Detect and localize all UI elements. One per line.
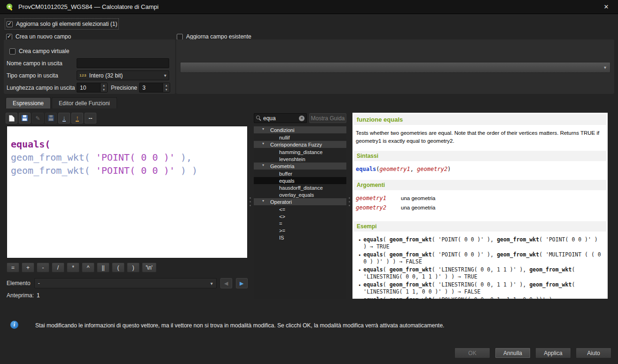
tree-group[interactable]: ▾Corrispondenza Fuzzy bbox=[254, 141, 346, 148]
operator-button[interactable]: + bbox=[22, 263, 34, 272]
tree-item[interactable]: <> bbox=[254, 213, 346, 220]
new-expression-icon bbox=[9, 115, 15, 122]
clear-expression-button[interactable] bbox=[6, 113, 17, 124]
syntax-heading: Sintassi bbox=[354, 151, 606, 161]
expression-editor[interactable]: equals(geom_from_wkt( 'POINT( 0 0 )' ),g… bbox=[7, 126, 248, 258]
spinner-arrows[interactable]: ▲▼ bbox=[100, 83, 107, 92]
tree-item[interactable]: levenshtein bbox=[254, 155, 346, 163]
tree-item[interactable]: >= bbox=[254, 227, 346, 234]
import-expressions-button[interactable]: ↓ bbox=[58, 113, 70, 124]
expression-token: ) ) bbox=[175, 165, 197, 176]
argument-name: geometry2 bbox=[356, 204, 401, 211]
tree-label: overlay_equals bbox=[279, 192, 314, 198]
tree-label: buffer bbox=[279, 171, 292, 177]
collapse-arrow-icon[interactable]: ▾ bbox=[262, 127, 264, 131]
tree-label: <= bbox=[279, 207, 285, 212]
annulla-button[interactable]: Annulla bbox=[495, 348, 531, 358]
checkbox-checked-icon[interactable] bbox=[7, 21, 13, 27]
tree-item[interactable]: buffer bbox=[254, 170, 346, 177]
tree-group[interactable]: ▾Geometria bbox=[254, 163, 346, 170]
example-item: ●equals( geom_from_wkt( 'POLYGON(( 0 0, … bbox=[359, 296, 603, 299]
operator-button[interactable]: ^ bbox=[82, 263, 94, 272]
applica-button[interactable]: Applica bbox=[535, 348, 571, 358]
info-icon bbox=[10, 321, 18, 329]
splitter-dot bbox=[250, 205, 251, 206]
close-icon[interactable]: ✕ bbox=[600, 3, 612, 10]
expression-text: equals(geom_from_wkt( 'POINT( 0 0 )' ),g… bbox=[11, 138, 243, 177]
field-name-input[interactable] bbox=[77, 58, 169, 68]
splitter-handle[interactable] bbox=[349, 197, 350, 206]
spin-down-icon[interactable]: ▼ bbox=[163, 88, 170, 93]
tree-group[interactable]: ▾Condizioni bbox=[254, 126, 346, 133]
operator-button[interactable]: = bbox=[7, 263, 19, 272]
spin-up-icon[interactable]: ▲ bbox=[101, 83, 107, 88]
operator-button[interactable]: ( bbox=[112, 263, 125, 272]
tree-item[interactable]: equals bbox=[254, 177, 346, 184]
update-selected-checkbox[interactable]: Aggiorna solo gli elementi selezionati (… bbox=[7, 20, 117, 28]
operator-button[interactable]: * bbox=[67, 263, 79, 272]
bullet-icon: ● bbox=[359, 296, 360, 299]
tab-espressione[interactable]: Espressione bbox=[6, 97, 51, 108]
operator-button[interactable]: || bbox=[97, 263, 110, 272]
previous-feature-button: ◀ bbox=[220, 278, 232, 288]
function-tree: ▾Condizioninullif▾Corrispondenza Fuzzyha… bbox=[254, 126, 346, 299]
operator-button[interactable]: ) bbox=[127, 263, 140, 272]
element-combo[interactable]: - ▾ bbox=[34, 278, 217, 288]
tree-item[interactable]: = bbox=[254, 220, 346, 227]
expression-token: geom_from_wkt bbox=[11, 165, 85, 176]
arguments-list: geometry1una geometriageometry2una geome… bbox=[352, 190, 608, 220]
tree-label: hausdorff_distance bbox=[279, 185, 323, 191]
dialog-buttons: OKAnnullaApplicaAiuto bbox=[454, 348, 611, 358]
comment-button[interactable]: -- bbox=[85, 113, 96, 124]
example-item: ●equals( geom_from_wkt( 'POINT( 0 0 )' )… bbox=[359, 236, 603, 250]
tree-item[interactable]: hamming_distance bbox=[254, 148, 346, 155]
operator-button[interactable]: / bbox=[52, 263, 64, 272]
aiuto-button[interactable]: Aiuto bbox=[576, 348, 611, 358]
tree-item[interactable]: hausdorff_distance bbox=[254, 184, 346, 191]
spin-down-icon[interactable]: ▼ bbox=[101, 88, 107, 93]
spin-up-icon[interactable]: ▲ bbox=[163, 83, 170, 88]
search-input[interactable] bbox=[263, 115, 297, 122]
splitter-dot bbox=[349, 205, 350, 206]
export-expressions-button[interactable]: ↑ bbox=[71, 113, 83, 124]
spinner-arrows[interactable]: ▲▼ bbox=[163, 83, 170, 92]
field-length-spinbox[interactable]: 10 ▲▼ bbox=[77, 83, 108, 93]
chevron-down-icon: ▾ bbox=[604, 65, 606, 70]
virtual-field-checkbox[interactable]: Crea campo virtuale bbox=[9, 47, 69, 55]
clear-search-icon[interactable]: ✕ bbox=[299, 116, 305, 121]
tab-editor-funzioni[interactable]: Editor delle Funzioni bbox=[52, 97, 117, 108]
tree-item[interactable]: <= bbox=[254, 206, 346, 213]
chevron-down-icon: ▾ bbox=[164, 73, 166, 78]
edit-expression-button: ✎ bbox=[32, 113, 44, 124]
collapse-arrow-icon[interactable]: ▾ bbox=[262, 199, 264, 203]
collapse-arrow-icon[interactable]: ▾ bbox=[262, 163, 264, 167]
checkbox-unchecked-icon[interactable] bbox=[177, 34, 183, 40]
save-expression-button[interactable] bbox=[19, 113, 31, 124]
operator-buttons: =+-/*^||()'\n' bbox=[7, 263, 156, 272]
expression-line: geom_from_wkt( 'POINT( 0 0 )' ), bbox=[11, 151, 243, 164]
operator-button[interactable]: - bbox=[37, 263, 49, 272]
operator-button[interactable]: '\n' bbox=[142, 263, 156, 272]
existing-field-combo: ▾ bbox=[180, 62, 610, 73]
tree-group[interactable]: ▾Operatori bbox=[254, 198, 346, 205]
examples-heading: Esempi bbox=[354, 221, 606, 232]
splitter-handle[interactable] bbox=[250, 197, 251, 206]
virtual-field-label: Crea campo virtuale bbox=[19, 48, 69, 54]
precision-spinbox[interactable]: 3 ▲▼ bbox=[139, 83, 170, 93]
field-name-label: Nome campo in uscita bbox=[7, 60, 63, 67]
tree-item[interactable]: overlay_equals bbox=[254, 191, 346, 198]
checkbox-checked-icon[interactable] bbox=[6, 34, 12, 40]
bullet-icon: ● bbox=[359, 251, 360, 265]
tree-label: Operatori bbox=[270, 199, 292, 205]
tree-item[interactable]: IS bbox=[254, 234, 346, 241]
tree-item[interactable]: nullif bbox=[254, 134, 346, 141]
collapse-arrow-icon[interactable]: ▾ bbox=[262, 141, 264, 146]
next-feature-button[interactable]: ▶ bbox=[236, 278, 248, 288]
expression-token: ( bbox=[85, 165, 96, 176]
checkbox-unchecked-icon[interactable] bbox=[9, 48, 16, 54]
field-type-combo[interactable]: 123 Intero (32 bit) ▾ bbox=[77, 70, 169, 80]
ok-button[interactable]: OK bbox=[454, 348, 490, 358]
expression-token: geom_from_wkt bbox=[11, 152, 85, 163]
element-row: Elemento - ▾ ◀ ▶ bbox=[7, 278, 248, 288]
search-box[interactable]: ✕ bbox=[254, 113, 307, 123]
